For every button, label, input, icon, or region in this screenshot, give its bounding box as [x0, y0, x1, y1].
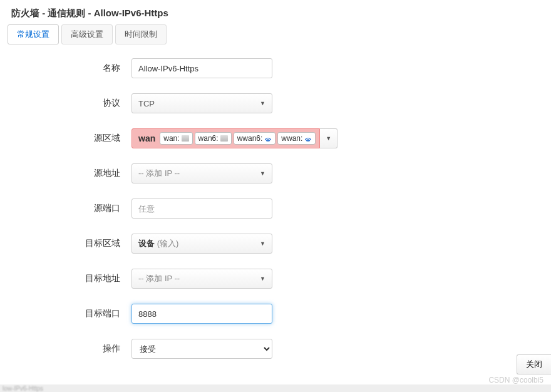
row-protocol: 协议 TCP ▼ [0, 93, 551, 113]
row-dest-addr: 目标地址 -- 添加 IP -- ▼ [0, 269, 551, 289]
row-dest-zone: 目标区域 设备 (输入) ▼ [0, 234, 551, 254]
protocol-value: TCP [138, 99, 155, 108]
row-action: 操作 接受 [0, 339, 551, 359]
name-input[interactable] [131, 58, 272, 78]
protocol-select[interactable]: TCP ▼ [131, 93, 272, 113]
tab-general[interactable]: 常规设置 [8, 24, 59, 44]
watermark: CSDN @coolbi5 [488, 376, 543, 384]
zone-chip-wan: wan: [160, 132, 192, 145]
zone-chip-wwan6: wwan6: [234, 132, 276, 145]
tab-time[interactable]: 时间限制 [115, 24, 167, 44]
row-src-addr: 源地址 -- 添加 IP -- ▼ [0, 163, 551, 183]
chevron-down-icon: ▼ [260, 276, 265, 282]
dest-zone-suffix: (输入) [157, 239, 179, 248]
label-protocol: 协议 [0, 98, 131, 109]
chevron-down-icon: ▼ [260, 240, 265, 247]
row-dest-port: 目标端口 [0, 304, 551, 324]
ethernet-icon [182, 135, 189, 142]
dest-zone-value: 设备 [138, 239, 155, 248]
row-src-zone: 源区域 wan wan: wan6: wwan6: wwan: [0, 128, 551, 148]
src-port-input[interactable] [131, 199, 272, 219]
ethernet-icon [220, 135, 228, 142]
page-title: 防火墙 - 通信规则 - Allow-IPv6-Https [11, 8, 540, 19]
zone-chip-wan6: wan6: [195, 132, 232, 145]
close-button[interactable]: 关闭 [517, 354, 551, 374]
src-addr-placeholder: -- 添加 IP -- [138, 168, 180, 179]
src-zone-name: wan [136, 133, 158, 143]
dest-addr-placeholder: -- 添加 IP -- [138, 273, 180, 284]
label-src-port: 源端口 [0, 203, 131, 214]
dest-port-input[interactable] [131, 304, 272, 324]
label-dest-addr: 目标地址 [0, 273, 131, 284]
src-addr-select[interactable]: -- 添加 IP -- ▼ [131, 163, 272, 183]
wifi-icon [304, 135, 312, 142]
chevron-down-icon: ▼ [260, 170, 265, 177]
wifi-icon [264, 135, 272, 142]
row-name: 名称 [0, 58, 551, 78]
src-zone-box: wan wan: wan6: wwan6: wwan: [131, 128, 320, 148]
form-body: 名称 协议 TCP ▼ 源区域 wan wan: wan6: [0, 44, 551, 359]
dest-zone-select[interactable]: 设备 (输入) ▼ [131, 234, 272, 254]
chevron-down-icon: ▼ [260, 100, 265, 106]
label-src-zone: 源区域 [0, 133, 131, 144]
row-src-port: 源端口 [0, 199, 551, 219]
label-dest-zone: 目标区域 [0, 238, 131, 249]
label-dest-port: 目标端口 [0, 308, 131, 319]
background-strip: low-IPv6-Https [0, 384, 551, 392]
src-zone-dropdown[interactable]: ▼ [320, 128, 337, 148]
tabs-bar: 常规设置 高级设置 时间限制 [0, 24, 551, 44]
dest-addr-select[interactable]: -- 添加 IP -- ▼ [131, 269, 272, 289]
label-action: 操作 [0, 343, 131, 354]
tab-advanced[interactable]: 高级设置 [61, 24, 113, 44]
zone-chip-wwan: wwan: [277, 132, 316, 145]
chevron-down-icon: ▼ [326, 135, 331, 142]
action-select[interactable]: 接受 [131, 339, 272, 359]
page-header: 防火墙 - 通信规则 - Allow-IPv6-Https [0, 0, 551, 24]
label-name: 名称 [0, 63, 131, 74]
label-src-addr: 源地址 [0, 168, 131, 179]
